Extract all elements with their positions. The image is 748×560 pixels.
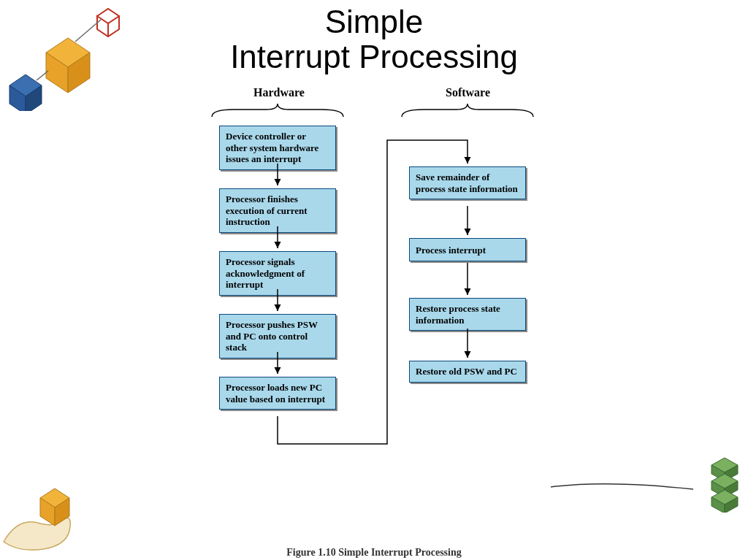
decoration-bottom-right-stack-icon (547, 454, 748, 513)
caption-prefix: Figure 1.10 (286, 547, 338, 558)
figure-caption: Figure 1.10 Simple Interrupt Processing (0, 547, 748, 559)
svg-line-13 (75, 20, 101, 42)
decoration-top-left-cubes-icon (6, 1, 130, 111)
caption-text: Simple Interrupt Processing (338, 547, 462, 558)
decoration-bottom-left-hand-icon (0, 472, 102, 553)
